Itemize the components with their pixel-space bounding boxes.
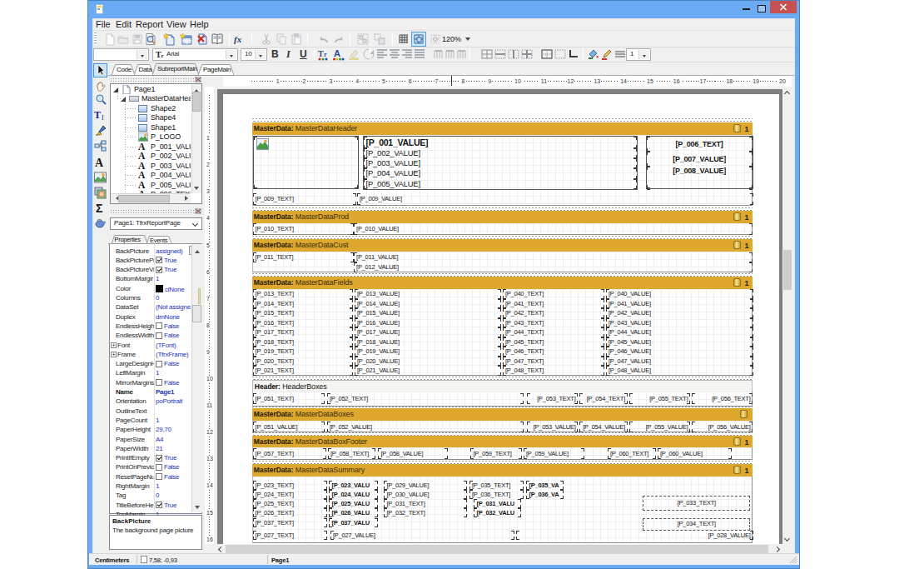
svg-text:fx: fx — [234, 34, 242, 44]
svg-text:r: r — [324, 51, 327, 58]
svg-text:T: T — [318, 49, 324, 58]
svg-text:A: A — [95, 157, 104, 168]
svg-text:Σ: Σ — [96, 202, 102, 214]
svg-text:T: T — [94, 109, 101, 121]
svg-text:A: A — [334, 48, 340, 58]
svg-text:I: I — [102, 114, 104, 121]
